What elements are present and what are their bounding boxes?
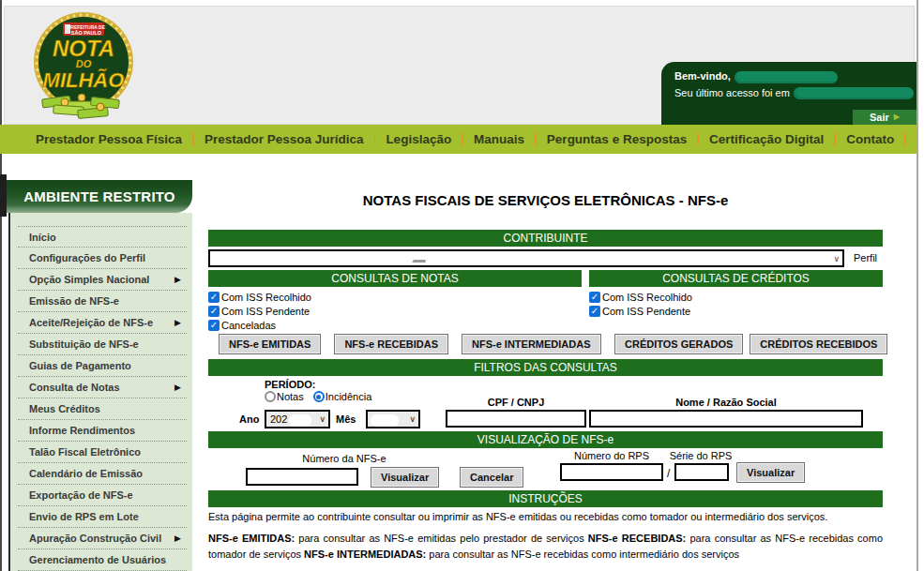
main-content: NOTAS FISCAIS DE SERVIÇOS ELETRÔNICAS - …	[208, 0, 883, 571]
instructions-paragraph-1: Esta página permite ao contribuinte cons…	[208, 511, 883, 522]
checkbox-label: Com ISS Recolhido	[221, 292, 311, 303]
submenu-arrow-icon: ▶	[174, 533, 181, 543]
checkbox-label: Com ISS Recolhido	[602, 292, 692, 303]
button-cr-ditos-gerados[interactable]: CRÉDITOS GERADOS	[614, 334, 743, 354]
checkbox-row: ✓Com ISS Recolhido	[589, 290, 692, 304]
visualizar-rps-button[interactable]: Visualizar	[736, 462, 805, 483]
chevron-down-icon: ∨	[833, 254, 840, 263]
sidebar-item-guias-de-pagamento[interactable]: Guias de Pagamento	[18, 355, 187, 377]
sidebar-item-label: Talão Fiscal Eletrônico	[18, 446, 141, 458]
sidebar-item-in-cio[interactable]: Início	[18, 226, 187, 248]
sidebar-item-emiss-o-de-nfs-e[interactable]: Emissão de NFS-e	[18, 291, 187, 312]
checkbox-com-iss-pendente[interactable]: ✓	[208, 306, 220, 317]
sidebar-item-label: Emissão de NFS-e	[18, 295, 119, 307]
instructions-paragraph-2: NFS-e EMITIDAS: para consultar as NFS-e …	[208, 531, 883, 563]
logo-word-nota: NOTA	[53, 36, 114, 61]
sidebar-item-calend-rio-de-emiss-o[interactable]: Calendário de Emissão	[18, 463, 187, 485]
mes-select[interactable]: ∨	[366, 410, 420, 428]
cancelar-button[interactable]: Cancelar	[460, 467, 523, 488]
submenu-arrow-icon: ▶	[174, 318, 181, 327]
radio-unselected-icon	[265, 391, 276, 402]
sidebar-item-label: Configurações do Perfil	[18, 252, 145, 263]
numero-nfse-input[interactable]	[246, 468, 358, 486]
notas-button-row: NFS-e EMITIDASNFS-e RECEBIDASNFS-e INTER…	[219, 334, 601, 354]
sidebar-item-label: Opção Simples Nacional	[18, 274, 149, 285]
sidebar-header-strip	[0, 174, 7, 217]
button-nfs-e-recebidas[interactable]: NFS-e RECEBIDAS	[334, 334, 448, 354]
ano-select[interactable]: 202 ∨	[265, 410, 330, 428]
scrollbar-edge[interactable]	[916, 0, 918, 571]
sidebar-item-exporta-o-de-nfs-e[interactable]: Exportação de NFS-e	[18, 485, 187, 506]
button-nfs-e-intermediadas[interactable]: NFS-e INTERMEDIADAS	[462, 334, 601, 354]
sidebar-item-consulta-de-notas[interactable]: Consulta de Notas▶	[18, 377, 187, 398]
sidebar-item-label: Apuração Construção Civil	[18, 533, 161, 544]
checkbox-com-iss-recolhido[interactable]: ✓	[208, 292, 220, 303]
checkbox-row: ✓Com ISS Pendente	[589, 304, 692, 318]
sidebar-item-apura-o-constru-o-civil[interactable]: Apuração Construção Civil▶	[18, 528, 187, 549]
visualizar-nfse-button[interactable]: Visualizar	[371, 467, 439, 488]
instructions-text: para consultar as NFS-e recebidas como i…	[426, 548, 739, 560]
creditos-checkbox-group: ✓Com ISS Recolhido✓Com ISS Pendente	[589, 290, 692, 318]
ano-label: Ano	[239, 413, 259, 425]
numero-rps-input[interactable]	[560, 463, 663, 481]
button-nfs-e-emitidas[interactable]: NFS-e EMITIDAS	[219, 334, 321, 354]
sidebar-item-informe-rendimentos[interactable]: Informe Rendimentos	[18, 420, 187, 442]
checkbox-canceladas[interactable]: ✓	[208, 320, 220, 331]
window-left-edge	[0, 0, 2, 571]
sidebar-item-op-o-simples-nacional[interactable]: Opção Simples Nacional▶	[18, 269, 187, 291]
creditos-button-row: CRÉDITOS GERADOSCRÉDITOS RECEBIDOS	[614, 334, 887, 354]
perfil-label: Perfil	[854, 252, 877, 263]
contribuinte-select[interactable]: ∨	[208, 249, 844, 267]
numero-rps-label: Número do RPS	[560, 450, 663, 461]
radio-incid-ncia[interactable]: Incidência	[313, 391, 372, 402]
sidebar-item-configura-es-do-perfil[interactable]: Configurações do Perfil	[18, 248, 187, 269]
restricted-area-header: AMBIENTE RESTRITO	[7, 180, 192, 213]
sidebar-item-meus-cr-ditos[interactable]: Meus Créditos	[18, 398, 187, 420]
radio-notas[interactable]: Notas	[265, 391, 304, 402]
periodo-label: PERÍODO:	[265, 379, 315, 390]
ano-value: 202	[270, 413, 287, 425]
checkbox-row: ✓Com ISS Recolhido	[208, 290, 311, 304]
serie-rps-label: Série do RPS	[668, 450, 734, 461]
numero-nfse-label: Número da NFS-e	[302, 453, 386, 464]
cpf-cnpj-input[interactable]	[446, 410, 586, 428]
mes-label: Mês	[336, 413, 356, 425]
consultas-creditos-header: CONSULTAS DE CRÉDITOS	[589, 270, 883, 287]
serie-rps-input[interactable]	[674, 463, 729, 481]
radio-selected-icon	[313, 391, 325, 402]
instructions-bold-term: NFS-e INTERMEDIADAS:	[304, 548, 426, 560]
periodo-radio-group: NotasIncidência	[265, 391, 371, 402]
sidebar-item-label: Guias de Pagamento	[18, 360, 131, 371]
sidebar-item-label: Gerenciamento de Usuários	[18, 554, 166, 565]
sidebar-item-label: Envio de RPS em Lote	[18, 511, 139, 522]
instructions-bold-term: NFS-e RECEBIDAS:	[588, 533, 686, 544]
sidebar-item-envio-de-rps-em-lote[interactable]: Envio de RPS em Lote	[18, 506, 187, 528]
instrucoes-section-header: INSTRUÇÕES	[208, 490, 883, 507]
nota-do-milhao-logo: PREFEITURA DE SÃO PAULO NOTA DO MILHÃO	[22, 8, 142, 124]
instructions-text: para consultar as NFS-e emitidas pelo pr…	[295, 533, 588, 544]
sidebar-item-substitui-o-de-nfs-e[interactable]: Substituição de NFS-e	[18, 334, 187, 355]
logo-word-milhao: MILHÃO	[43, 68, 125, 92]
chevron-down-icon: ∨	[319, 414, 326, 424]
filtros-section-header: FILTROS DAS CONSULTAS	[208, 359, 883, 376]
cpf-cnpj-label: CPF / CNPJ	[446, 397, 586, 408]
menu-item-prestador-pessoa-f-sica[interactable]: Prestador Pessoa Física	[36, 132, 182, 146]
sidebar-menu: InícioConfigurações do PerfilOpção Simpl…	[8, 213, 192, 571]
checkbox-com-iss-pendente[interactable]: ✓	[589, 306, 600, 317]
checkbox-com-iss-recolhido[interactable]: ✓	[589, 292, 600, 303]
nome-razao-input[interactable]	[589, 410, 863, 428]
radio-label: Notas	[277, 391, 304, 402]
nfse-page: PREFEITURA DE SÃO PAULO NOTA DO MILHÃO B…	[0, 0, 924, 571]
visualizacao-section-header: VISUALIZAÇÃO DE NFS-e	[208, 431, 883, 448]
checkbox-row: ✓Canceladas	[208, 318, 311, 332]
sidebar-item-aceite-rejei-o-de-nfs-e[interactable]: Aceite/Rejeição de NFS-e▶	[18, 312, 187, 334]
sidebar-item-tal-o-fiscal-eletr-nico[interactable]: Talão Fiscal Eletrônico	[18, 442, 187, 463]
sidebar-item-label: Substituição de NFS-e	[18, 338, 139, 350]
sidebar-item-label: Aceite/Rejeição de NFS-e	[18, 317, 153, 328]
page-title: NOTAS FISCAIS DE SERVIÇOS ELETRÔNICAS - …	[208, 192, 883, 208]
consultas-notas-header: CONSULTAS DE NOTAS	[208, 270, 582, 287]
nome-razao-label: Nome / Razão Social	[589, 397, 863, 408]
sidebar-item-label: Exportação de NFS-e	[18, 489, 133, 501]
button-cr-ditos-recebidos[interactable]: CRÉDITOS RECEBIDOS	[750, 334, 887, 354]
sidebar-item-gerenciamento-de-usu-rios[interactable]: Gerenciamento de Usuários	[18, 549, 187, 571]
